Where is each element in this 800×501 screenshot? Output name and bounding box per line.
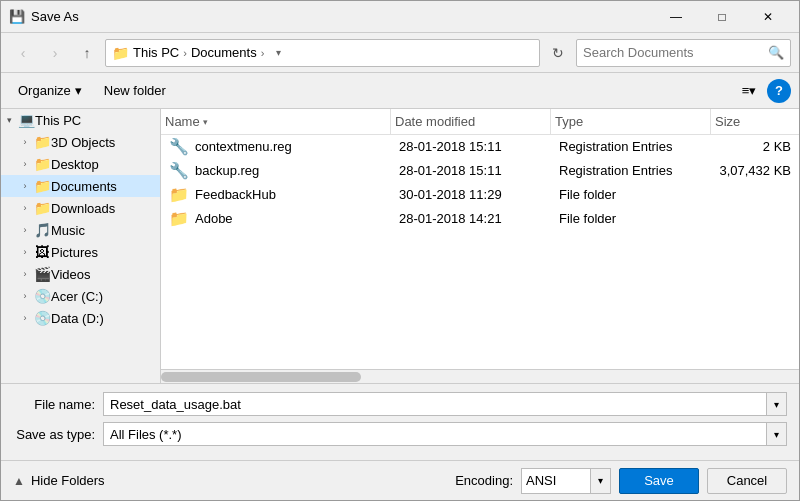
toolbar-right: ≡ ▾ ? xyxy=(735,78,791,104)
tree-toggle-desktop[interactable]: › xyxy=(17,153,33,175)
tree-toggle-music[interactable]: › xyxy=(17,219,33,241)
breadcrumb-this-pc[interactable]: This PC xyxy=(133,45,179,60)
file-col-name-2: 📁 FeedbackHub xyxy=(161,185,399,204)
minimize-button[interactable]: — xyxy=(653,1,699,33)
sidebar-item-music[interactable]: ›🎵Music xyxy=(1,219,160,241)
file-type-0: Registration Entries xyxy=(559,139,719,154)
savetype-dropdown[interactable]: ▾ xyxy=(767,422,787,446)
sidebar-item-pictures[interactable]: ›🖼Pictures xyxy=(1,241,160,263)
col-header-date[interactable]: Date modified xyxy=(391,109,551,134)
tree-label-music: Music xyxy=(51,223,85,238)
footer-right: Encoding: ANSI ▾ Save Cancel xyxy=(455,468,787,494)
sidebar: ▾💻This PC›📁3D Objects›📁Desktop›📁Document… xyxy=(1,109,161,383)
file-type-2: File folder xyxy=(559,187,719,202)
tree-label-downloads: Downloads xyxy=(51,201,115,216)
col-header-name[interactable]: Name ▾ xyxy=(161,109,391,134)
sidebar-item-this-pc[interactable]: ▾💻This PC xyxy=(1,109,160,131)
tree-label-data-d: Data (D:) xyxy=(51,311,104,326)
hide-folders-label[interactable]: Hide Folders xyxy=(31,473,105,488)
sidebar-item-documents[interactable]: ›📁Documents xyxy=(1,175,160,197)
sidebar-item-desktop[interactable]: ›📁Desktop xyxy=(1,153,160,175)
filename-label: File name: xyxy=(13,397,103,412)
sidebar-item-downloads[interactable]: ›📁Downloads xyxy=(1,197,160,219)
tree-icon-downloads: 📁 xyxy=(33,197,51,219)
file-list: Name ▾ Date modified Type Size 🔧 context… xyxy=(161,109,799,383)
tree-toggle-downloads[interactable]: › xyxy=(17,197,33,219)
hide-icon: ▲ xyxy=(13,474,25,488)
tree-toggle-acer-c[interactable]: › xyxy=(17,285,33,307)
address-dropdown[interactable]: ▾ xyxy=(268,47,288,58)
table-row[interactable]: 🔧 contextmenu.reg 28-01-2018 15:11 Regis… xyxy=(161,135,799,159)
tree-icon-this-pc: 💻 xyxy=(17,109,35,131)
view-arrow: ▾ xyxy=(749,83,756,98)
sort-arrow-name: ▾ xyxy=(203,117,208,127)
filename-dropdown[interactable]: ▾ xyxy=(767,392,787,416)
cancel-button[interactable]: Cancel xyxy=(707,468,787,494)
encoding-dropdown[interactable]: ▾ xyxy=(591,468,611,494)
tree-toggle-3d-objects[interactable]: › xyxy=(17,131,33,153)
close-button[interactable]: ✕ xyxy=(745,1,791,33)
file-rows: 🔧 contextmenu.reg 28-01-2018 15:11 Regis… xyxy=(161,135,799,369)
tree-toggle-videos[interactable]: › xyxy=(17,263,33,285)
tree-icon-music: 🎵 xyxy=(33,219,51,241)
col-header-size[interactable]: Size xyxy=(711,109,791,134)
sidebar-item-acer-c[interactable]: ›💿Acer (C:) xyxy=(1,285,160,307)
search-box[interactable]: 🔍 xyxy=(576,39,791,67)
forward-button[interactable]: › xyxy=(41,39,69,67)
sidebar-item-3d-objects[interactable]: ›📁3D Objects xyxy=(1,131,160,153)
table-row[interactable]: 🔧 backup.reg 28-01-2018 15:11 Registrati… xyxy=(161,159,799,183)
filename-input[interactable] xyxy=(103,392,767,416)
breadcrumb-sep-2: › xyxy=(261,47,265,59)
file-col-name-1: 🔧 backup.reg xyxy=(161,161,399,180)
savetype-field: All Files (*.*) xyxy=(103,422,767,446)
table-row[interactable]: 📁 Adobe 28-01-2018 14:21 File folder xyxy=(161,207,799,231)
toolbar: Organize ▾ New folder ≡ ▾ ? xyxy=(1,73,799,109)
back-button[interactable]: ‹ xyxy=(9,39,37,67)
new-folder-button[interactable]: New folder xyxy=(95,78,175,104)
file-icon-1: 🔧 xyxy=(169,161,189,180)
tree-toggle-this-pc[interactable]: ▾ xyxy=(1,109,17,131)
new-folder-label: New folder xyxy=(104,83,166,98)
help-button[interactable]: ? xyxy=(767,79,791,103)
tree-toggle-data-d[interactable]: › xyxy=(17,307,33,329)
file-size-1: 3,07,432 KB xyxy=(719,163,799,178)
up-button[interactable]: ↑ xyxy=(73,39,101,67)
organize-button[interactable]: Organize ▾ xyxy=(9,78,91,104)
h-scrollbar[interactable] xyxy=(161,369,799,383)
footer-left: ▲ Hide Folders xyxy=(13,473,105,488)
file-icon-0: 🔧 xyxy=(169,137,189,156)
search-icon: 🔍 xyxy=(768,45,784,60)
col-header-type[interactable]: Type xyxy=(551,109,711,134)
save-button[interactable]: Save xyxy=(619,468,699,494)
refresh-button[interactable]: ↻ xyxy=(544,39,572,67)
file-list-header: Name ▾ Date modified Type Size xyxy=(161,109,799,135)
address-bar: ‹ › ↑ 📁 This PC › Documents › ▾ ↻ 🔍 xyxy=(1,33,799,73)
save-as-dialog: 💾 Save As — □ ✕ ‹ › ↑ 📁 This PC › Docume… xyxy=(0,0,800,501)
breadcrumb-documents[interactable]: Documents xyxy=(191,45,257,60)
maximize-button[interactable]: □ xyxy=(699,1,745,33)
tree-icon-videos: 🎬 xyxy=(33,263,51,285)
tree-icon-3d-objects: 📁 xyxy=(33,131,51,153)
tree-toggle-documents[interactable]: › xyxy=(17,175,33,197)
file-date-3: 28-01-2018 14:21 xyxy=(399,211,559,226)
main-content: ▾💻This PC›📁3D Objects›📁Desktop›📁Document… xyxy=(1,109,799,383)
tree-toggle-pictures[interactable]: › xyxy=(17,241,33,263)
search-input[interactable] xyxy=(583,45,764,60)
tree-label-videos: Videos xyxy=(51,267,91,282)
file-col-name-0: 🔧 contextmenu.reg xyxy=(161,137,399,156)
file-icon-2: 📁 xyxy=(169,185,189,204)
encoding-value: ANSI xyxy=(526,473,556,488)
table-row[interactable]: 📁 FeedbackHub 30-01-2018 11:29 File fold… xyxy=(161,183,799,207)
file-size-0: 2 KB xyxy=(719,139,799,154)
path-icon: 📁 xyxy=(112,45,129,61)
address-path[interactable]: 📁 This PC › Documents › ▾ xyxy=(105,39,540,67)
encoding-select[interactable]: ANSI xyxy=(521,468,591,494)
savetype-value: All Files (*.*) xyxy=(110,427,182,442)
h-scrollbar-thumb[interactable] xyxy=(161,372,361,382)
file-name-2: FeedbackHub xyxy=(195,187,276,202)
sidebar-item-data-d[interactable]: ›💿Data (D:) xyxy=(1,307,160,329)
file-icon-3: 📁 xyxy=(169,209,189,228)
view-button[interactable]: ≡ ▾ xyxy=(735,78,763,104)
file-col-name-3: 📁 Adobe xyxy=(161,209,399,228)
sidebar-item-videos[interactable]: ›🎬Videos xyxy=(1,263,160,285)
